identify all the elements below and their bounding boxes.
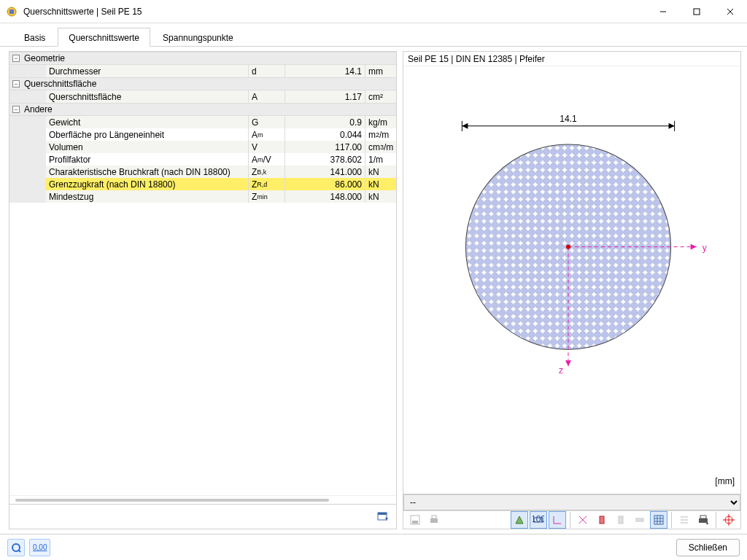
property-unit: kg/m [365,116,396,128]
property-name: Querschnittsfläche [46,90,249,103]
svg-line-47 [18,550,20,552]
tool-stress3-icon[interactable] [631,511,649,529]
property-value: 148.000 [285,190,365,203]
group-header[interactable]: −Querschnittsfläche [9,77,396,90]
preview-dropdown[interactable]: -- [403,494,740,510]
preview-toolbar: 100 [403,510,740,529]
horizontal-scrollbar[interactable] [9,495,396,504]
property-row[interactable]: MindestzugZmin148.000kN [9,190,396,203]
tool-stress1-icon[interactable] [593,511,611,529]
tool-target-icon[interactable] [720,511,738,529]
collapse-icon[interactable]: − [12,80,20,88]
minimize-button[interactable] [646,0,680,23]
preview-canvas[interactable]: 14.1 y z [mm] [403,66,740,494]
left-toolbar [9,504,396,529]
property-symbol: ZB,k [249,166,285,178]
tool-save-icon[interactable] [406,511,424,529]
tool-print2-icon[interactable] [694,511,712,529]
property-symbol: A [249,90,285,103]
tool-dimensions-icon[interactable]: 100 [530,511,547,529]
property-row[interactable]: QuerschnittsflächeA1.17cm² [9,90,396,103]
preview-dropdown-row: -- [403,494,740,510]
help-button[interactable] [7,539,25,556]
collapse-icon[interactable]: − [12,55,20,62]
group-header[interactable]: −Geometrie [9,52,396,65]
svg-rect-30 [619,516,623,524]
svg-rect-40 [699,518,708,523]
property-row[interactable]: ProfilfaktorAm/V378.6021/m [9,153,396,166]
svg-rect-21 [412,521,418,524]
property-row[interactable]: GewichtG0.9kg/m [9,116,396,128]
close-window-button[interactable] [713,0,747,23]
property-name: Gewicht [46,116,249,128]
property-value: 14.1 [285,65,365,77]
property-value: 86.000 [285,178,365,190]
property-name: Oberfläche pro Längeneinheit [46,128,249,141]
property-value: 141.000 [285,166,365,178]
property-panel: −GeometrieDurchmesserd14.1mm−Querschnitt… [9,51,397,529]
property-unit: 1/m [365,153,396,166]
collapse-icon[interactable]: − [12,106,20,113]
property-row[interactable]: Oberfläche pro LängeneinheitAm0.044m2/m [9,128,396,141]
tab-querschnittswerte[interactable]: Querschnittswerte [58,28,150,47]
svg-rect-23 [432,516,436,518]
property-symbol: G [249,116,285,128]
tab-spannungspunkte[interactable]: Spannungspunkte [152,28,244,46]
maximize-button[interactable] [680,0,713,23]
property-unit: cm3/m [365,141,396,153]
property-name: Volumen [46,141,249,153]
main-tabs: Basis Querschnittswerte Spannungspunkte [0,23,747,47]
svg-rect-3 [694,9,700,15]
group-header[interactable]: −Andere [9,103,396,116]
svg-point-19 [566,245,570,249]
property-grid[interactable]: −GeometrieDurchmesserd14.1mm−Querschnitt… [9,52,396,495]
preview-panel: Seil PE 15 | DIN EN 12385 | Pfeifer 14.1 [403,51,741,529]
property-symbol: d [249,65,285,77]
property-name: Grenzzugkraft (nach DIN 18800) [46,178,249,190]
svg-marker-24 [516,516,523,524]
tool-view1-icon[interactable] [511,511,528,529]
svg-text:100: 100 [533,514,544,524]
property-unit: kN [365,166,396,178]
property-name: Charakteristische Bruchkraft (nach DIN 1… [46,166,249,178]
tool-stress2-icon[interactable] [612,511,630,529]
property-row[interactable]: Grenzzugkraft (nach DIN 18800)ZR,d86.000… [9,178,396,190]
property-unit: mm [365,65,396,77]
close-button[interactable]: Schließen [676,539,740,556]
status-bar: 0,00 Schließen [0,534,747,560]
property-symbol: ZR,d [249,178,285,190]
tab-basis[interactable]: Basis [13,28,56,46]
svg-rect-32 [654,516,663,524]
tool-axes-icon[interactable] [549,511,566,529]
preview-title: Seil PE 15 | DIN EN 12385 | Pfeifer [403,52,740,66]
tool-list-icon[interactable] [676,511,693,529]
svg-marker-18 [565,360,571,366]
axis-z-label: z [559,365,563,376]
svg-marker-12 [669,123,675,129]
svg-rect-41 [700,516,706,518]
preview-unit: [mm] [715,476,735,486]
svg-marker-11 [462,123,468,129]
tool-shear-icon[interactable] [574,511,592,529]
tool-grid-icon[interactable] [650,511,667,529]
property-name: Mindestzug [46,190,249,203]
property-unit: kN [365,178,396,190]
property-unit: kN [365,190,396,203]
svg-rect-22 [430,518,438,523]
property-unit: cm² [365,90,396,103]
property-symbol: Am [249,128,285,141]
property-row[interactable]: Durchmesserd14.1mm [9,65,396,77]
export-icon[interactable] [374,508,392,526]
dimension-label: 14.1 [560,114,577,124]
svg-rect-1 [9,9,14,14]
property-unit: m2/m [365,128,396,141]
property-row[interactable]: Charakteristische Bruchkraft (nach DIN 1… [9,166,396,178]
property-symbol: V [249,141,285,153]
decimals-button[interactable]: 0,00 [29,539,50,556]
property-symbol: Zmin [249,190,285,203]
tool-print-icon[interactable] [425,511,443,529]
property-name: Profilfaktor [46,153,249,166]
app-icon [6,6,18,18]
window-title: Querschnittswerte | Seil PE 15 [23,7,646,17]
property-row[interactable]: VolumenV117.00cm3/m [9,141,396,153]
